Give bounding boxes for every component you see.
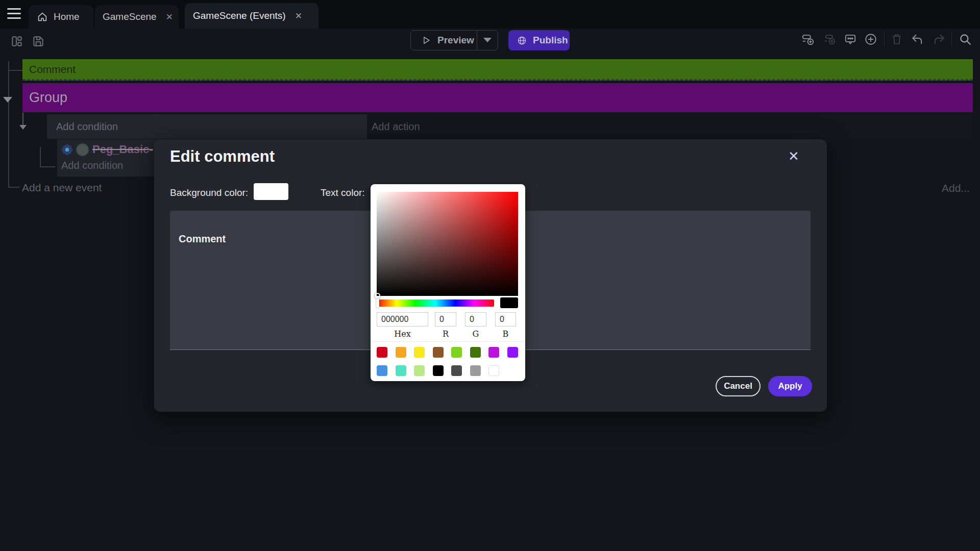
cancel-label: Cancel	[724, 381, 752, 391]
add-new-event-link[interactable]: Add a new event	[22, 182, 102, 194]
tree-line-comment	[8, 70, 22, 71]
add-comment-icon[interactable]	[844, 33, 857, 46]
preset-color-b8e986[interactable]	[414, 365, 425, 376]
tab-label: GameScene	[103, 11, 157, 22]
publish-label: Publish	[533, 35, 568, 46]
add-subevent-icon[interactable]	[823, 33, 837, 46]
preset-color-9b9b9b[interactable]	[470, 365, 481, 376]
preset-color-8b572a[interactable]	[433, 347, 444, 358]
tree-line-sub	[40, 147, 41, 167]
collapse-caret-icon[interactable]	[3, 97, 12, 103]
preset-color-f5a623[interactable]	[396, 347, 406, 358]
cancel-button[interactable]: Cancel	[716, 376, 761, 396]
preset-color-f8e71c[interactable]	[414, 347, 425, 358]
object-thumbnail	[76, 143, 89, 156]
hex-input[interactable]	[377, 312, 428, 327]
group-bar-label: Group	[29, 90, 67, 106]
layout-icon[interactable]	[10, 35, 23, 48]
preset-color-9013fe[interactable]	[507, 347, 518, 358]
preset-swatch-row	[377, 347, 522, 358]
condition-row[interactable]: Peg_Basic-	[57, 140, 153, 159]
add-more-link[interactable]: Add...	[942, 182, 970, 194]
close-icon[interactable]: ✕	[788, 148, 799, 164]
event-group[interactable]: Group	[22, 83, 973, 112]
blue-input[interactable]	[495, 312, 516, 327]
preset-color-4a4a4a[interactable]	[451, 365, 462, 376]
button-divider	[477, 31, 477, 50]
background-color-swatch[interactable]	[254, 183, 288, 200]
preset-color-ffffff[interactable]	[488, 365, 499, 376]
preset-color-bd10e0[interactable]	[488, 347, 499, 358]
color-picker-popup: Hex R G B	[371, 184, 525, 381]
tab-gamescene[interactable]: GameScene ✕	[95, 5, 179, 29]
preset-swatch-row	[377, 365, 522, 376]
subevent-arrow-icon	[19, 125, 27, 130]
red-label: R	[435, 329, 456, 339]
tab-label: GameScene (Events)	[193, 10, 286, 21]
preview-label: Preview	[437, 35, 474, 46]
toolbar-divider	[884, 32, 885, 47]
event-conditions-cell[interactable]: Add condition	[47, 114, 367, 139]
preset-color-7ed321[interactable]	[451, 347, 462, 358]
add-circle-icon[interactable]	[864, 33, 877, 46]
add-condition-link[interactable]: Add condition	[56, 121, 118, 133]
green-input[interactable]	[465, 312, 486, 327]
comment-text-value: Comment	[179, 233, 226, 245]
home-icon	[37, 11, 48, 22]
preset-color-50e3c2[interactable]	[396, 365, 406, 376]
apply-button[interactable]: Apply	[768, 376, 812, 396]
event-actions-cell[interactable]: Add action	[367, 114, 973, 139]
comment-bar-label: Comment	[29, 63, 76, 76]
redo-icon[interactable]	[933, 33, 946, 46]
event-comment[interactable]: Comment	[22, 59, 973, 81]
hex-label: Hex	[377, 329, 428, 339]
gdevelop-app-window: Home GameScene ✕ GameScene (Events) ✕ Pr…	[0, 0, 980, 551]
picker-divider	[371, 341, 525, 342]
add-event-icon[interactable]	[801, 33, 815, 46]
trash-icon[interactable]	[890, 33, 903, 46]
add-action-link[interactable]: Add action	[372, 121, 420, 133]
globe-icon	[517, 35, 527, 46]
preset-color-d0021b[interactable]	[377, 347, 387, 358]
undo-icon[interactable]	[911, 33, 924, 46]
text-color-label: Text color:	[321, 187, 365, 198]
menu-icon[interactable]	[7, 8, 21, 20]
toolbar-divider	[951, 32, 952, 47]
saturation-handle[interactable]	[375, 293, 380, 298]
hue-slider-handle[interactable]	[376, 298, 379, 308]
tree-line-vertical	[8, 61, 9, 188]
red-input[interactable]	[435, 312, 456, 327]
preset-color-4a90e2[interactable]	[377, 365, 387, 376]
green-label: G	[465, 329, 486, 339]
publish-button[interactable]: Publish	[508, 30, 570, 51]
close-tab-icon[interactable]: ✕	[166, 12, 173, 22]
tab-home[interactable]: Home	[29, 5, 93, 29]
preset-color-000000[interactable]	[433, 365, 444, 376]
condition-object-name: Peg_Basic-	[92, 143, 153, 156]
tab-bar: Home GameScene ✕ GameScene (Events) ✕	[0, 0, 980, 29]
subevent-connector-line	[22, 113, 23, 126]
close-tab-icon[interactable]: ✕	[295, 11, 302, 21]
play-icon	[421, 35, 431, 45]
current-color-swatch	[500, 297, 518, 308]
search-icon[interactable]	[959, 33, 972, 46]
preset-color-417505[interactable]	[470, 347, 481, 358]
apply-label: Apply	[778, 381, 802, 391]
tab-label: Home	[54, 11, 80, 22]
dropdown-caret-icon[interactable]	[483, 38, 492, 42]
tab-gamescene-events[interactable]: GameScene (Events) ✕	[185, 3, 318, 29]
background-color-label: Background color:	[170, 187, 248, 198]
preview-button[interactable]: Preview	[410, 30, 498, 51]
add-condition-link[interactable]: Add condition	[61, 160, 123, 171]
saturation-gradient[interactable]	[377, 192, 518, 296]
behavior-icon	[61, 144, 73, 156]
hue-slider[interactable]	[377, 299, 494, 307]
tree-line-sub-h	[40, 166, 55, 167]
save-icon[interactable]	[32, 35, 45, 48]
tree-line-bottom	[8, 187, 19, 188]
dialog-title: Edit comment	[170, 147, 275, 166]
blue-label: B	[495, 329, 516, 339]
